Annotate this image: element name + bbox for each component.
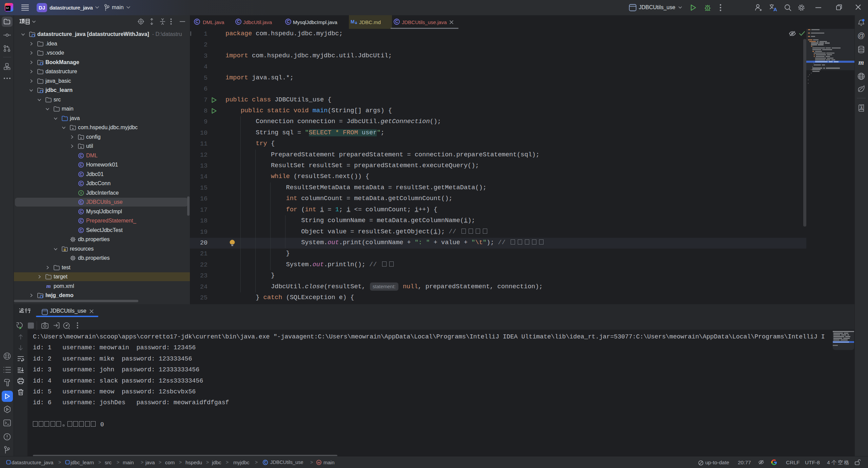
svg-text:C: C (80, 172, 82, 176)
svg-text:C: C (237, 19, 240, 24)
svg-text:C: C (287, 19, 290, 24)
svg-text:C: C (264, 461, 267, 464)
svg-text:C: C (80, 219, 82, 223)
svg-text:C: C (80, 210, 82, 214)
svg-text:C: C (80, 200, 82, 204)
svg-text:C: C (80, 228, 82, 232)
svg-text:C: C (395, 19, 398, 24)
svg-text:C: C (196, 19, 199, 24)
svg-text:C: C (80, 154, 82, 158)
svg-text:m: m (317, 461, 320, 464)
svg-text:A: A (860, 106, 863, 110)
svg-text:M: M (351, 19, 355, 24)
svg-text:m: m (46, 283, 51, 289)
svg-text:I: I (80, 191, 81, 195)
svg-text:C: C (80, 163, 82, 167)
svg-text:m: m (859, 58, 864, 66)
svg-text:A: A (773, 6, 777, 12)
svg-text:C: C (80, 181, 82, 186)
